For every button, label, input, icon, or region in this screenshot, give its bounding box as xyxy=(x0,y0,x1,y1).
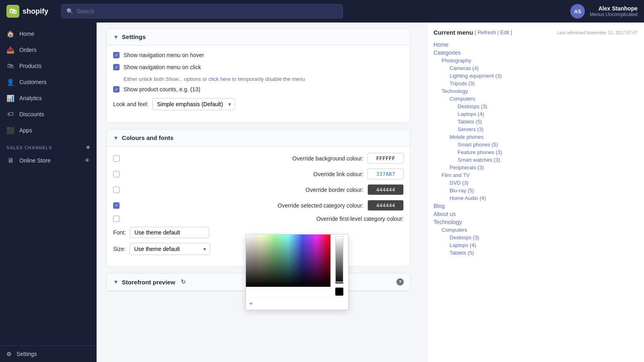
menu-item[interactable]: Photography xyxy=(442,57,638,64)
color-label-bg[interactable] xyxy=(113,155,288,162)
settings-panel-header: ▼ Settings xyxy=(107,29,410,45)
color-picker-sliders xyxy=(330,234,348,297)
look-feel-select[interactable]: Simple emphasis (Default) xyxy=(153,98,235,110)
setting-text-counts: Show product counts, e.g. (13) xyxy=(124,86,200,93)
menu-item[interactable]: Categories xyxy=(433,49,638,57)
menu-item[interactable]: Computers xyxy=(442,226,638,234)
storefront-panel-title: Storefront preview xyxy=(122,279,175,286)
setting-row-hover: ✓ Show navigation menu on hover xyxy=(113,52,404,58)
sidebar-item-products[interactable]: 🛍 Products xyxy=(0,58,97,74)
checkbox-bg[interactable] xyxy=(113,155,120,162)
size-select[interactable]: Use theme default Small Medium Large xyxy=(130,243,210,255)
brightness-thumb[interactable] xyxy=(335,282,344,284)
edit-menu-link[interactable]: Edit xyxy=(500,29,509,35)
apps-icon: ⬛ xyxy=(6,126,14,134)
checkbox-counts[interactable]: ✓ xyxy=(113,86,120,93)
look-feel-select-wrapper: Simple emphasis (Default) xyxy=(153,98,235,110)
color-label-selected[interactable]: ✓ xyxy=(113,202,274,209)
menu-item[interactable]: Film and TV xyxy=(442,171,638,179)
menu-item[interactable]: Mobile phones xyxy=(450,133,638,141)
color-swatch-border[interactable]: 444444 xyxy=(367,184,404,195)
last-refreshed-text: Last refreshed November 11, 2017 07:47 xyxy=(557,30,638,35)
color-row-link: Override link colour: 337AB7 xyxy=(113,169,404,179)
colors-panel-title: Colours and fonts xyxy=(122,134,173,141)
orders-icon: 📥 xyxy=(6,46,14,54)
menu-item[interactable]: Peripherals (3) xyxy=(450,164,638,171)
sidebar-item-discounts[interactable]: 🏷 Discounts xyxy=(0,106,97,122)
menu-item[interactable]: DVD (3) xyxy=(450,179,638,187)
color-label-first-level[interactable] xyxy=(113,216,312,222)
brightness-slider[interactable] xyxy=(335,236,343,284)
checkbox-hover[interactable]: ✓ xyxy=(113,52,120,58)
store-name: Menus Uncomplicated xyxy=(590,12,638,17)
search-input[interactable] xyxy=(76,8,338,14)
shopify-logo[interactable]: 🛍 shopify xyxy=(6,5,48,18)
color-swatch-selected[interactable]: 444444 xyxy=(367,200,404,211)
menu-item[interactable]: Smart watches (3) xyxy=(458,156,638,164)
menu-item[interactable]: Blu-ray (5) xyxy=(450,187,638,194)
menu-item[interactable]: Smart phones (5) xyxy=(458,141,638,148)
menu-item[interactable]: About us xyxy=(433,210,638,218)
help-storefront-icon[interactable]: ? xyxy=(396,278,404,286)
refresh-menu-link[interactable]: Refresh xyxy=(478,29,496,35)
click-here-link[interactable]: click here xyxy=(208,76,231,82)
menu-item[interactable]: Laptops (4) xyxy=(458,110,638,118)
setting-text-hover: Show navigation menu on hover xyxy=(124,52,204,58)
color-swatch-link[interactable]: 337AB7 xyxy=(367,169,404,179)
sidebar-item-customers[interactable]: 👤 Customers xyxy=(0,74,97,90)
menu-item[interactable]: Computers xyxy=(450,95,638,103)
search-bar[interactable]: 🔍 xyxy=(61,4,343,19)
menu-item[interactable]: Lighting equipment (3) xyxy=(450,72,638,80)
top-nav-right: AS Alex Stanhope Menus Uncomplicated xyxy=(570,4,638,19)
menu-item[interactable]: Home xyxy=(433,41,638,49)
sidebar-item-analytics[interactable]: 📊 Analytics xyxy=(0,90,97,106)
add-color-icon[interactable]: + xyxy=(249,300,253,307)
menu-item[interactable]: Feature phones (3) xyxy=(458,148,638,156)
refresh-storefront-icon[interactable]: ↻ xyxy=(181,278,186,286)
settings-collapse-icon[interactable]: ▼ xyxy=(113,34,119,40)
sidebar: 🏠 Home 📥 Orders 🛍 Products 👤 Customers 📊… xyxy=(0,23,97,307)
storefront-collapse-icon[interactable]: ▼ xyxy=(113,279,119,285)
color-label-link[interactable] xyxy=(113,171,310,177)
menu-item[interactable]: Home Audio (4) xyxy=(450,194,638,202)
sidebar-item-label: Products xyxy=(19,63,41,69)
setting-label-counts[interactable]: ✓ Show product counts, e.g. (13) xyxy=(113,86,200,93)
menu-item[interactable]: Cameras (4) xyxy=(450,64,638,72)
menu-item[interactable]: Tablets (5) xyxy=(450,249,638,257)
menu-item[interactable]: Servers (3) xyxy=(458,125,638,133)
menu-item[interactable]: Technology xyxy=(433,218,638,226)
color-picker-footer: + xyxy=(246,297,348,307)
menu-item[interactable]: Technology xyxy=(442,87,638,95)
menu-item[interactable]: Tripods (3) xyxy=(450,80,638,87)
sidebar-item-label: Apps xyxy=(19,127,32,134)
color-picker-gradient[interactable] xyxy=(246,234,330,287)
color-picker-popup: + xyxy=(246,234,349,307)
checkbox-click[interactable]: ✓ xyxy=(113,64,120,70)
checkbox-first-level[interactable] xyxy=(113,216,120,222)
sidebar-item-home[interactable]: 🏠 Home xyxy=(0,26,97,42)
setting-label-hover[interactable]: ✓ Show navigation menu on hover xyxy=(113,52,204,58)
look-feel-label: Look and feel: xyxy=(113,101,149,107)
font-label: Font: xyxy=(113,229,126,236)
checkbox-border[interactable] xyxy=(113,187,120,193)
menu-item[interactable]: Desktops (3) xyxy=(450,234,638,241)
menu-item[interactable]: Tablets (5) xyxy=(458,118,638,125)
logo-text: shopify xyxy=(23,7,48,16)
menu-item[interactable]: Desktops (3) xyxy=(458,103,638,110)
add-sales-channel-icon[interactable]: ⊕ xyxy=(86,145,90,150)
colors-collapse-icon[interactable]: ▼ xyxy=(113,135,119,141)
checkbox-selected[interactable]: ✓ xyxy=(113,202,120,209)
font-input[interactable] xyxy=(130,227,209,238)
settings-panel-title: Settings xyxy=(122,33,146,40)
color-swatch-bg[interactable]: FFFFFF xyxy=(367,153,404,164)
eye-icon[interactable]: 👁 xyxy=(85,157,90,164)
sidebar-item-online-store[interactable]: 🖥 Online Store 👁 xyxy=(0,152,97,169)
checkbox-link[interactable] xyxy=(113,171,120,177)
setting-label-click[interactable]: ✓ Show navigation menu on click xyxy=(113,64,201,70)
sidebar-item-orders[interactable]: 📥 Orders xyxy=(0,42,97,58)
menu-item[interactable]: Blog xyxy=(433,202,638,210)
menu-actions: [ Refresh | Edit ] xyxy=(475,29,512,35)
menu-item[interactable]: Laptops (4) xyxy=(450,241,638,249)
color-label-border[interactable] xyxy=(113,187,301,193)
sidebar-item-apps[interactable]: ⬛ Apps xyxy=(0,122,97,138)
